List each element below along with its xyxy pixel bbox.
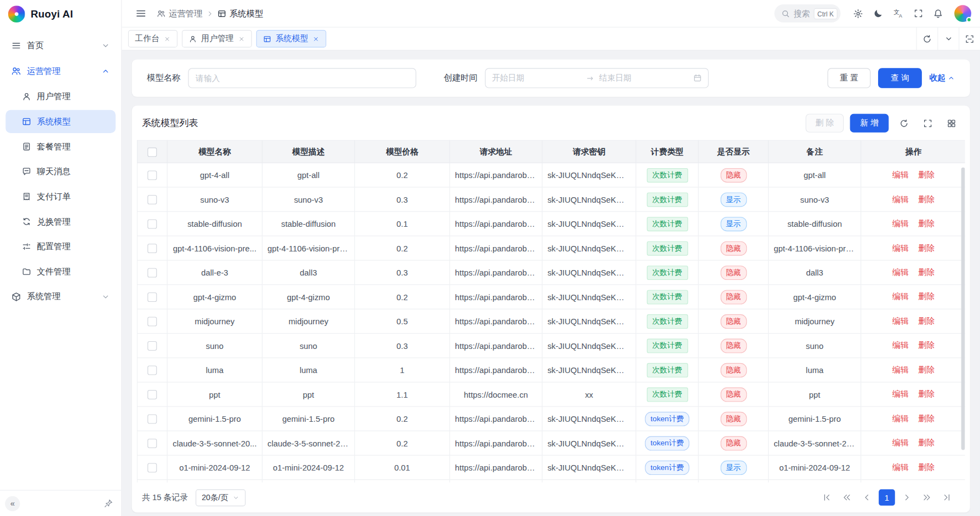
- delete-link[interactable]: 删除: [918, 243, 935, 253]
- sidebar-item-user-management[interactable]: 用户管理: [5, 85, 116, 108]
- sidebar-item-operations[interactable]: 运营管理: [5, 59, 116, 83]
- edit-link[interactable]: 编辑: [892, 365, 909, 374]
- sidebar-item-package-management[interactable]: 套餐管理: [5, 135, 116, 158]
- delete-link[interactable]: 删除: [918, 341, 935, 350]
- prev-page-button[interactable]: [859, 489, 875, 506]
- next-page-button[interactable]: [899, 489, 915, 506]
- language-button[interactable]: 文A: [890, 5, 907, 22]
- row-checkbox[interactable]: [147, 268, 157, 277]
- delete-link[interactable]: 删除: [918, 292, 935, 301]
- jump-next-button[interactable]: [919, 489, 935, 506]
- collapse-filter-link[interactable]: 收起: [930, 72, 955, 84]
- brand[interactable]: Ruoyi AI: [0, 0, 121, 27]
- table-fullscreen-button[interactable]: [919, 114, 936, 132]
- sidebar-item-chat-messages[interactable]: 聊天消息: [5, 160, 116, 183]
- sidebar-item-payment-orders[interactable]: 支付订单: [5, 185, 116, 208]
- delete-link[interactable]: 删除: [918, 170, 935, 179]
- cell-request-url: https://api.pandarobo...: [450, 334, 542, 358]
- date-range-picker[interactable]: 开始日期 结束日期: [485, 68, 708, 88]
- edit-link[interactable]: 编辑: [892, 292, 909, 301]
- row-checkbox[interactable]: [147, 293, 157, 302]
- content-fullscreen-button[interactable]: [959, 27, 980, 50]
- row-checkbox[interactable]: [147, 463, 157, 472]
- sidebar-item-file-management[interactable]: 文件管理: [5, 260, 116, 283]
- edit-link[interactable]: 编辑: [892, 462, 909, 472]
- select-all-checkbox[interactable]: [147, 147, 157, 157]
- model-name-input[interactable]: [188, 68, 416, 88]
- delete-link[interactable]: 删除: [918, 414, 935, 423]
- refresh-table-button[interactable]: [895, 114, 913, 132]
- jump-prev-button[interactable]: [839, 489, 855, 506]
- row-checkbox[interactable]: [147, 219, 157, 228]
- row-checkbox[interactable]: [147, 414, 157, 423]
- delete-link[interactable]: 删除: [918, 219, 935, 228]
- sidebar-item-config-management[interactable]: 配置管理: [5, 235, 116, 258]
- cell-remark: luma: [769, 358, 861, 382]
- notifications-button[interactable]: [930, 5, 947, 22]
- edit-link[interactable]: 编辑: [892, 316, 909, 325]
- sidebar-collapse-button[interactable]: «: [5, 496, 20, 511]
- cell-model-name: claude-3-5-sonnet-20...: [167, 431, 262, 455]
- edit-link[interactable]: 编辑: [892, 389, 909, 399]
- last-page-button[interactable]: [939, 489, 955, 506]
- start-date-input[interactable]: 开始日期: [492, 72, 581, 84]
- row-checkbox[interactable]: [147, 390, 157, 399]
- sidebar-item-redeem-management[interactable]: 兑换管理: [5, 210, 116, 233]
- end-date-input[interactable]: 结束日期: [599, 72, 689, 84]
- fullscreen-button[interactable]: [909, 5, 927, 22]
- page-size-select[interactable]: 20条/页: [196, 489, 246, 506]
- delete-link[interactable]: 删除: [918, 316, 935, 325]
- tab-workbench[interactable]: 工作台: [128, 30, 177, 48]
- edit-link[interactable]: 编辑: [892, 243, 909, 253]
- column-settings-button[interactable]: [942, 114, 960, 132]
- breadcrumb-item-system-models[interactable]: 系统模型: [217, 8, 263, 19]
- delete-link[interactable]: 删除: [918, 365, 935, 374]
- edit-link[interactable]: 编辑: [892, 267, 909, 277]
- edit-link[interactable]: 编辑: [892, 194, 909, 204]
- row-checkbox[interactable]: [147, 439, 157, 448]
- open-tabs: 工作台 用户管理: [128, 30, 916, 48]
- delete-link[interactable]: 删除: [918, 267, 935, 277]
- row-checkbox[interactable]: [147, 341, 157, 351]
- billing-type-tag: 次数计费: [646, 265, 687, 279]
- row-checkbox[interactable]: [147, 195, 157, 204]
- first-page-button[interactable]: [819, 489, 835, 506]
- close-icon[interactable]: [238, 35, 245, 42]
- tab-list-chevron-button[interactable]: [937, 27, 959, 50]
- delete-link[interactable]: 删除: [918, 462, 935, 472]
- pin-icon[interactable]: [104, 498, 113, 508]
- delete-link[interactable]: 删除: [918, 438, 935, 448]
- refresh-tab-button[interactable]: [916, 27, 938, 50]
- sidebar-item-system-management[interactable]: 系统管理: [5, 285, 116, 308]
- edit-link[interactable]: 编辑: [892, 341, 909, 350]
- reset-button[interactable]: 重 置: [827, 68, 870, 88]
- tab-label: 系统模型: [276, 33, 308, 44]
- global-search-button[interactable]: 搜索 Ctrl K: [774, 4, 840, 22]
- sidebar-item-home[interactable]: 首页: [5, 34, 116, 58]
- menu-toggle-button[interactable]: [132, 5, 150, 22]
- query-button[interactable]: 查 询: [878, 68, 921, 88]
- edit-link[interactable]: 编辑: [892, 219, 909, 228]
- row-checkbox[interactable]: [147, 317, 157, 326]
- user-avatar[interactable]: [954, 5, 971, 22]
- tab-system-models[interactable]: 系统模型: [256, 30, 326, 48]
- row-checkbox[interactable]: [147, 244, 157, 253]
- table-vertical-scrollbar[interactable]: [961, 168, 965, 450]
- close-icon[interactable]: [312, 35, 319, 42]
- current-page-button[interactable]: 1: [879, 489, 895, 506]
- delete-link[interactable]: 删除: [918, 389, 935, 399]
- settings-button[interactable]: [849, 5, 867, 22]
- edit-link[interactable]: 编辑: [892, 414, 909, 423]
- row-checkbox[interactable]: [147, 365, 157, 375]
- sidebar-item-system-models[interactable]: 系统模型: [5, 110, 116, 133]
- delete-link[interactable]: 删除: [918, 194, 935, 204]
- close-icon[interactable]: [164, 35, 171, 42]
- add-button[interactable]: 新 增: [850, 114, 889, 133]
- tab-user-management[interactable]: 用户管理: [182, 30, 252, 48]
- theme-toggle-button[interactable]: [869, 5, 887, 22]
- edit-link[interactable]: 编辑: [892, 170, 909, 179]
- row-checkbox[interactable]: [147, 171, 157, 180]
- breadcrumb-item-operations[interactable]: 运营管理: [157, 8, 202, 19]
- edit-link[interactable]: 编辑: [892, 438, 909, 448]
- cell-model-name: gpt-4-gizmo: [167, 285, 262, 309]
